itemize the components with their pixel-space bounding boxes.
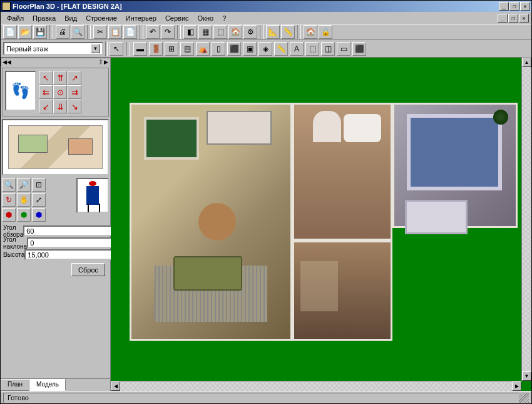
scroll-left-button[interactable]: ◀ [111, 381, 120, 391]
nav-n[interactable]: ⇈ [53, 71, 67, 85]
cube-green-icon[interactable]: ⬢ [17, 208, 31, 222]
object-tool-5[interactable]: ◫ [321, 42, 335, 56]
menu-structure[interactable]: Строение [82, 14, 121, 23]
stairs-tool[interactable]: ▤ [180, 42, 194, 56]
restore-button[interactable]: ❐ [509, 2, 519, 11]
zoom-in-button[interactable]: 🔍 [2, 178, 16, 192]
wall-tool[interactable]: ▬ [133, 42, 147, 56]
cube-blue-icon[interactable]: ⬢ [32, 208, 46, 222]
resize-grip-icon[interactable] [519, 393, 529, 403]
app-window: FloorPlan 3D - [FLAT DESIGN 2A] _ ❐ ✕ Фа… [0, 0, 532, 404]
tab-model[interactable]: Модель [29, 379, 66, 391]
cube-red-icon[interactable]: ⬢ [2, 208, 16, 222]
tool-i[interactable]: 🔒 [319, 25, 332, 39]
walk-mode-icon[interactable]: 👣 [5, 71, 36, 111]
preview-button[interactable]: 🔍 [71, 25, 84, 39]
mdi-restore-button[interactable]: ❐ [508, 14, 518, 23]
scrollbar-horizontal[interactable]: ◀ ▶ [111, 381, 521, 391]
scroll-h-track[interactable] [120, 381, 512, 391]
paste-button[interactable]: 📄 [123, 25, 137, 39]
height-label: Высота [3, 251, 24, 258]
mdi-close-button[interactable]: ✕ [519, 14, 529, 23]
minimize-button[interactable]: _ [499, 2, 509, 11]
tool-e[interactable]: ⚙ [243, 25, 257, 39]
scroll-down-button[interactable]: ▼ [522, 371, 531, 381]
window-tool[interactable]: ⊞ [165, 42, 178, 56]
redo-button[interactable]: ↷ [161, 25, 175, 39]
menu-edit[interactable]: Правка [29, 14, 59, 23]
reset-button[interactable]: Сброс [71, 263, 105, 276]
height-input[interactable] [24, 249, 117, 260]
statusbar: Готово [1, 391, 531, 403]
close-button[interactable]: ✕ [520, 2, 530, 11]
save-button[interactable]: 💾 [33, 25, 47, 39]
nav-w[interactable]: ⇇ [39, 85, 53, 99]
pointer-tool[interactable]: ↖ [110, 42, 123, 56]
nav-center[interactable]: ⊙ [53, 85, 67, 99]
tool-h[interactable]: 🏠 [304, 25, 317, 39]
nav-ne[interactable]: ↗ [68, 71, 81, 85]
tool-f[interactable]: 📐 [266, 25, 280, 39]
object-tool-3[interactable]: ◈ [258, 42, 272, 56]
angle-tilt-input[interactable] [27, 237, 120, 248]
print-button[interactable]: 🖨 [56, 25, 69, 39]
door-tool[interactable]: 🚪 [149, 42, 163, 56]
tool-b[interactable]: ▦ [198, 25, 212, 39]
nav-se[interactable]: ↘ [68, 100, 81, 113]
tool-c[interactable]: ⬚ [213, 25, 227, 39]
mdi-minimize-button[interactable]: _ [498, 14, 508, 23]
viewport-3d[interactable]: ▲ ▼ ◀ ▶ [111, 58, 531, 391]
camera-preview[interactable] [76, 178, 109, 213]
object-tool-1[interactable]: ⬛ [227, 42, 241, 56]
tool-g[interactable]: 📏 [281, 25, 295, 39]
rotate-button[interactable]: ↻ [2, 193, 16, 207]
angle-view-input[interactable] [23, 225, 116, 236]
tool-d[interactable]: 🏠 [228, 25, 242, 39]
menu-file[interactable]: Файл [3, 14, 28, 23]
nav-sw[interactable]: ↙ [39, 100, 53, 113]
pan-button[interactable]: ✋ [17, 193, 31, 207]
text-tool[interactable]: A [290, 42, 304, 56]
menu-window[interactable]: Окно [194, 14, 218, 23]
view-tool-a[interactable]: ⤢ [32, 193, 46, 207]
scrollbar-vertical[interactable]: ▲ ▼ [521, 58, 531, 381]
new-button[interactable]: 📄 [3, 25, 17, 39]
object-tool-6[interactable]: ▭ [337, 42, 350, 56]
nav-e[interactable]: ⇉ [68, 85, 81, 99]
open-button[interactable]: 📂 [18, 25, 32, 39]
toolbar-secondary: Первый этаж ▼ ↖ ▬ 🚪 ⊞ ▤ ⛺ ▯ ⬛ ▣ ◈ 📏 A ⬚ … [1, 40, 531, 58]
scroll-v-track[interactable] [522, 67, 531, 371]
object-tool-4[interactable]: ⬚ [305, 42, 319, 56]
ruler-right-icon: ‡ ▶ [99, 59, 108, 65]
zoom-fit-button[interactable]: ⊡ [32, 178, 46, 192]
plan-preview[interactable] [2, 119, 109, 175]
nav-nw[interactable]: ↖ [39, 71, 53, 85]
undo-button[interactable]: ↶ [146, 25, 160, 39]
object-tool-2[interactable]: ▣ [243, 42, 257, 56]
menu-service[interactable]: Сервис [161, 14, 193, 23]
floor-selector[interactable]: Первый этаж ▼ [3, 42, 103, 55]
measure-tool[interactable]: 📏 [274, 42, 288, 56]
bed-icon [405, 200, 468, 234]
titlebar[interactable]: FloorPlan 3D - [FLAT DESIGN 2A] _ ❐ ✕ [1, 1, 531, 12]
cut-button[interactable]: ✂ [93, 25, 107, 39]
roof-tool[interactable]: ⛺ [196, 42, 210, 56]
sidebar-ruler[interactable]: ◀◀ ‡ ▶ [1, 58, 110, 66]
nav-s[interactable]: ⇊ [53, 100, 67, 113]
menubar: Файл Правка Вид Строение Интерьер Сервис… [1, 12, 531, 24]
app-icon [2, 2, 11, 11]
menu-help[interactable]: ? [218, 14, 230, 23]
menu-view[interactable]: Вид [61, 14, 81, 23]
copy-button[interactable]: 📋 [108, 25, 122, 39]
tool-a[interactable]: ◧ [183, 25, 197, 39]
floor-selector-value: Первый этаж [6, 45, 48, 53]
scroll-right-button[interactable]: ▶ [512, 381, 521, 391]
angle-tilt-label: Угол наклона [3, 236, 27, 250]
camera-properties: Угол обзора Угол наклона Высота Сброс [1, 224, 110, 280]
zoom-out-button[interactable]: 🔎 [17, 178, 31, 192]
scroll-up-button[interactable]: ▲ [522, 58, 531, 67]
column-tool[interactable]: ▯ [212, 42, 225, 56]
tab-plan[interactable]: План [1, 379, 29, 391]
object-tool-7[interactable]: ⬛ [352, 42, 366, 56]
menu-interior[interactable]: Интерьер [122, 14, 160, 23]
